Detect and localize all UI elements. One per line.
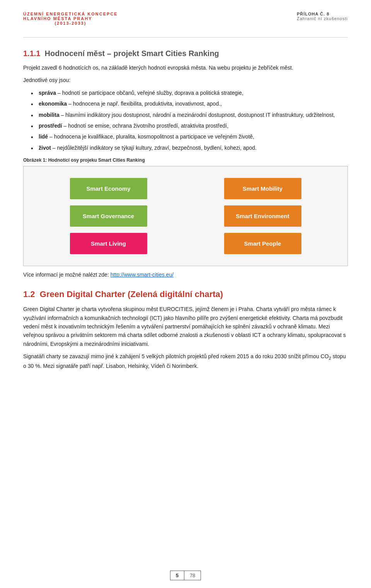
list-item-sprava: správa – hodnotí se participace občanů, … [31, 89, 348, 97]
smart-cities-diagram: Smart Economy Smart Mobility Smart Gover… [23, 166, 348, 266]
section-title-1: Hodnocení měst – projekt Smart Cities Ra… [45, 49, 219, 58]
box-smart-economy: Smart Economy [70, 178, 147, 199]
list-item-lide: lidé – hodnocena je kvalifikace, plurali… [31, 132, 348, 141]
section2-para1: Green Digital Charter je charta vytvořen… [23, 305, 348, 348]
text-mobilita: – hlavními indikátory jsou dostupnost, n… [61, 112, 335, 118]
term-mobilita: mobilita [39, 112, 60, 118]
header-right: Příloha č. 8 Zahranič ní zkušenosti [297, 12, 348, 21]
list-item-zivot: život – nejdůležitější indikátory se týk… [31, 144, 348, 152]
box-smart-living: Smart Living [70, 233, 147, 254]
more-info-text: Více informací je možné nalézt zde: http… [23, 272, 348, 278]
term-sprava: správa [39, 90, 56, 96]
box-smart-people: Smart People [224, 233, 301, 254]
section-1-1-1: 1.1.1 Hodnocení měst – projekt Smart Cit… [23, 49, 348, 278]
section1-list-intro: Jednotlivé osy jsou: [23, 76, 348, 84]
list-item-prostredi: prostředí – hodnotí se emise, ochrana ži… [31, 121, 348, 130]
page-footer: 5 78 [0, 571, 371, 580]
page-header: Územní energetická koncepce hlavního měs… [23, 12, 348, 26]
text-lide: – hodnocena je kvalifikace, pluralita, k… [49, 133, 254, 140]
box-smart-governance: Smart Governance [70, 205, 147, 227]
term-ekonomika: ekonomika [39, 101, 67, 107]
header-title-line3: (2013-2033) [23, 21, 118, 26]
header-left: Územní energetická koncepce hlavního měs… [23, 12, 118, 26]
section-heading-2: 1.2 Green Digital Charter (Zelená digitá… [23, 289, 348, 299]
section1-intro: Projekt zavedl 6 hodnotících os, na zákl… [23, 63, 348, 72]
header-right-line1: Příloha č. 8 [297, 12, 348, 16]
text-ekonomika: – hodnocena je např. flexibilita, produk… [68, 101, 222, 107]
text-zivot: – nejdůležitější indikátory se týkají ku… [53, 145, 257, 151]
section-1-2: 1.2 Green Digital Charter (Zelená digitá… [23, 289, 348, 371]
section-heading-1: 1.1.1 Hodnocení měst – projekt Smart Cit… [23, 49, 348, 58]
box-smart-environment: Smart Environment [224, 205, 301, 227]
section1-bullet-list: správa – hodnotí se participace občanů, … [23, 89, 348, 152]
header-title-line1: Územní energetická koncepce [23, 12, 118, 16]
figure-caption: Obrázek 1: Hodnotící osy projeku Smart C… [23, 157, 348, 163]
footer-total-pages: 78 [184, 571, 201, 580]
box-smart-mobility: Smart Mobility [224, 178, 301, 199]
section-title-2: Green Digital Charter (Zelená digitální … [40, 289, 223, 299]
list-item-mobilita: mobilita – hlavními indikátory jsou dost… [31, 111, 348, 119]
text-prostredi: – hodnotí se emise, ochrana životního pr… [64, 123, 228, 129]
more-info-prefix: Více informací je možné nalézt zde: [23, 272, 111, 278]
term-zivot: život [39, 145, 51, 151]
section2-para2: Signatáři charty se zavazují mimo jiné k… [23, 352, 348, 371]
header-title-line2: hlavního města prahy [23, 16, 118, 21]
term-lide: lidé [39, 133, 48, 140]
header-divider [23, 37, 348, 38]
more-info-link[interactable]: http://www.smart-cities.eu/ [111, 272, 174, 278]
diagram-grid: Smart Economy Smart Mobility Smart Gover… [39, 178, 332, 254]
section-num-1: 1.1.1 [23, 49, 40, 58]
page-wrapper: Územní energetická koncepce hlavního měs… [0, 0, 371, 588]
term-prostredi: prostředí [39, 123, 62, 129]
co2-subscript: 2 [329, 356, 331, 361]
text-sprava: – hodnotí se participace občanů, veřejné… [58, 90, 243, 96]
section-num-2: 1.2 [23, 289, 35, 299]
header-right-line2: Zahranič ní zkušenosti [297, 16, 348, 21]
footer-page-number: 5 [170, 571, 184, 580]
list-item-ekonomika: ekonomika – hodnocena je např. flexibili… [31, 99, 348, 108]
